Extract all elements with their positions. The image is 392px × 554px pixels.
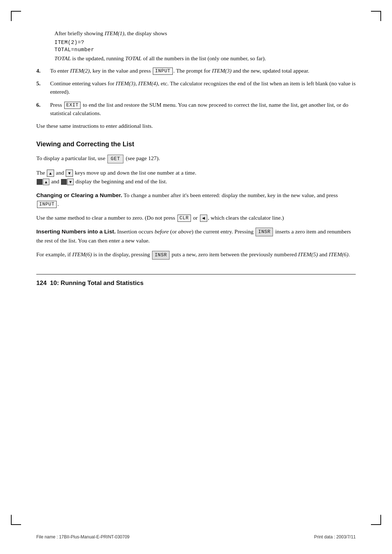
shift-down-combo: ▼	[61, 179, 74, 185]
list-item-5: 5. Continue entering values for ITEM(3),…	[36, 79, 356, 96]
code-line-1: ITEM(2)=?	[54, 40, 356, 45]
item6-2-italic: ITEM(6)	[329, 251, 348, 257]
above-italic: above	[178, 228, 192, 235]
total-label-1: TOTAL	[54, 55, 71, 61]
item2-italic: ITEM(2)	[70, 68, 90, 74]
shift-icon-1	[37, 179, 42, 185]
item-4-text: To enter ITEM(2), key in the value and p…	[50, 66, 356, 75]
section-heading-viewing: Viewing and Correcting the List	[36, 140, 356, 148]
item-6-num: 6.	[36, 101, 47, 109]
content: After briefly showing ITEM(1), the displ…	[36, 22, 356, 287]
backspace-key: ◄	[200, 215, 207, 222]
corner-mark-bl	[11, 515, 21, 525]
input-key-2: INPUT	[37, 201, 57, 208]
changing-para: Changing or Clearing a Number. To change…	[36, 191, 356, 208]
item6-italic: ITEM(6)	[72, 251, 92, 257]
down-arrow-icon: ▼	[67, 179, 74, 185]
corner-mark-br	[371, 515, 381, 525]
intro-line1: After briefly showing ITEM(1), the displ…	[54, 29, 356, 37]
item-6-text: Press EXIT to end the list and restore t…	[50, 101, 356, 118]
item5-italic: ITEM(5)	[298, 251, 318, 257]
footer-print-date: Print data : 2003/7/11	[314, 534, 356, 539]
up-arrow-icon: ▲	[43, 179, 49, 185]
get-key: GET	[107, 155, 124, 163]
page-bottom-heading: 124 10: Running Total and Statistics	[36, 274, 356, 287]
for-example-para: For example, if ITEM(6) is in the displa…	[36, 250, 356, 260]
page-number: 124	[36, 280, 46, 286]
item4-italic: ITEM(4)	[138, 80, 158, 86]
changing-label: Changing or Clearing a Number.	[36, 192, 122, 198]
list-item-4: 4. To enter ITEM(2), key in the value an…	[36, 66, 356, 75]
display-list-para: To display a particular list, use GET (s…	[36, 154, 356, 163]
shift-icon-2	[61, 179, 67, 185]
footer: File name : 17BII-Plus-Manual-E-PRINT-03…	[36, 534, 356, 539]
bottom-heading-text: 10: Running Total and Statistics	[50, 280, 144, 286]
numbered-list: 4. To enter ITEM(2), key in the value an…	[36, 66, 356, 118]
intro-total-para: TOTAL is the updated, running TOTAL of a…	[54, 54, 356, 62]
code-line-2: TOTAL=number	[54, 47, 356, 53]
corner-mark-tl	[11, 11, 21, 21]
item3-italic: ITEM(3)	[212, 68, 232, 74]
clr-key: CLR	[177, 215, 191, 222]
item-5-num: 5.	[36, 79, 47, 87]
item-5-text: Continue entering values for ITEM(3), IT…	[50, 79, 356, 96]
corner-mark-tr	[371, 11, 381, 21]
exit-key: EXIT	[64, 102, 81, 109]
use-same-para: Use these same instructions to enter add…	[36, 122, 356, 130]
page: After briefly showing ITEM(1), the displ…	[0, 0, 392, 554]
item1-italic: ITEM(1)	[105, 30, 124, 36]
item-4-num: 4.	[36, 66, 47, 75]
clear-number-para: Use the same method to clear a number to…	[36, 213, 356, 222]
up-arrow-key: ▲	[47, 170, 54, 177]
total-label-2: TOTAL	[125, 55, 142, 61]
arrow-keys-para: The ▲ and ▼ keys move up and down the li…	[36, 168, 356, 186]
list-item-6: 6. Press EXIT to end the list and restor…	[36, 101, 356, 118]
before-italic: before	[155, 228, 169, 235]
footer-filename: File name : 17BII-Plus-Manual-E-PRINT-03…	[36, 534, 130, 539]
inserting-label: Inserting Numbers into a List.	[36, 228, 116, 235]
shift-up-combo: ▲	[37, 179, 49, 185]
insr-key-1: INSR	[256, 228, 273, 236]
inserting-para: Inserting Numbers into a List. Insertion…	[36, 227, 356, 245]
intro-block: After briefly showing ITEM(1), the displ…	[54, 29, 356, 63]
input-key-1: INPUT	[153, 68, 172, 75]
insr-key-2: INSR	[152, 251, 170, 260]
item3-2-italic: ITEM(3)	[116, 80, 135, 86]
down-arrow-key: ▼	[66, 170, 73, 177]
